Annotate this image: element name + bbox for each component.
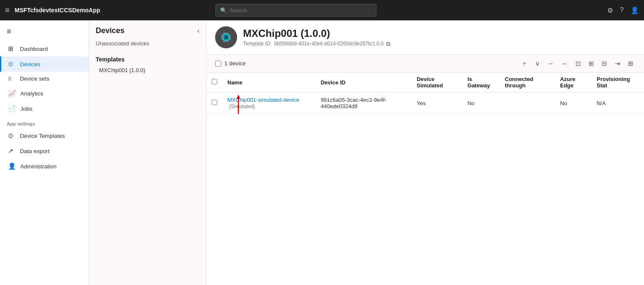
row-name-cell: MXChip001-simulated-device (Simulated) [222,92,315,114]
copy-icon[interactable]: ⧉ [386,40,390,48]
collapse-icon[interactable]: ‹ [197,27,199,35]
jobs-icon: 📄 [8,105,16,112]
topbar-icons: ⚙ ? 👤 [607,6,639,14]
svg-marker-19 [237,95,240,99]
device-sets-icon: ⁞⁞ [8,75,16,82]
sidebar-label-dashboard: Dashboard [20,46,48,52]
topbar: ≡ MSFTcfsdevtestCCSDemoApp 🔍 ⚙ ? 👤 [0,0,644,20]
template-id-value: 0b056869-401e-40e6-b014-0260dc8e287b/1.0… [274,41,384,47]
devices-panel-header: Devices ‹ [89,20,206,39]
sidebar-item-analytics[interactable]: 📈 Analytics [0,86,88,101]
sidebar: ≡ ⊞ Dashboard ⊙ Devices ⁞⁞ Device sets 📈… [0,20,89,285]
col-azure-edge: Azure Edge [555,73,592,92]
col-provisioning: Provisioning Stat [591,73,644,92]
device-count: 1 device [215,60,246,67]
header-checkbox[interactable] [212,79,217,84]
device-count-label: 1 device [224,60,246,67]
row-provisioning-cell: N/A [591,92,644,114]
toolbar-row: 1 device ＋ ∨ ↔ ↔ ⊡ ⊞ ⊟ ⇥ ⊞ [207,55,644,73]
sidebar-item-device-sets[interactable]: ⁞⁞ Device sets [0,72,88,86]
svg-rect-1 [224,35,228,39]
resize-right-button[interactable]: ↔ [559,59,570,68]
data-export-icon: ↗ [8,147,16,155]
hamburger-icon[interactable]: ≡ [5,6,10,15]
expand-button[interactable]: ∨ [533,59,542,69]
sidebar-label-jobs: Jobs [20,106,33,112]
device-title-block: MXChip001 (1.0.0) Template ID: 0b056869-… [243,28,390,48]
search-bar[interactable]: 🔍 [216,4,376,17]
col-gateway: Is Gateway [462,73,500,92]
col-connected: Connected through [500,73,555,92]
sidebar-item-devices[interactable]: ⊙ Devices [0,56,88,72]
device-table-container: Name Device ID Device Simulated Is Gatew… [207,73,644,114]
unassociated-devices-link[interactable]: Unassociated devices [89,39,206,52]
device-avatar [215,26,237,48]
row-checkbox-cell [207,92,222,114]
device-table: Name Device ID Device Simulated Is Gatew… [207,73,644,114]
row-azure-edge-cell: No [555,92,592,114]
add-button[interactable]: ＋ [519,58,530,69]
row-gateway-cell: No [462,92,500,114]
sidebar-label-analytics: Analytics [20,90,43,97]
device-template-id: Template ID: 0b056869-401e-40e6-b014-026… [243,40,390,48]
devices-icon: ⊙ [8,60,16,68]
row-connected-cell [500,92,555,114]
template-item-mxchip001[interactable]: MXChip001 (1.0.0) [89,64,206,76]
sidebar-label-device-sets: Device sets [20,75,50,82]
chip-icon [220,31,232,43]
sidebar-hamburger[interactable]: ≡ [0,24,88,41]
main-content: MXChip001 (1.0.0) Template ID: 0b056869-… [207,20,644,285]
sidebar-item-administration[interactable]: 👤 Administration [0,159,88,174]
sidebar-label-administration: Administration [20,163,57,170]
template-id-label: Template ID: [243,41,271,47]
device-templates-icon: ⊙ [8,132,16,140]
app-title: MSFTcfsdevtestCCSDemoApp [15,7,100,14]
sidebar-label-data-export: Data export [20,148,50,154]
sidebar-item-data-export[interactable]: ↗ Data export [0,143,88,159]
help-icon[interactable]: ? [620,6,624,14]
devices-panel: Devices ‹ Unassociated devices Templates… [89,20,207,285]
simulated-badge: (Simulated) [229,103,255,109]
resize-left-button[interactable]: ↔ [545,59,556,68]
view2-button[interactable]: ⊞ [586,59,596,69]
table-row: MXChip001-simulated-device (Simulated) 9… [207,92,644,114]
sidebar-label-device-templates: Device Templates [20,133,65,139]
col-checkbox [207,73,222,92]
search-input[interactable] [229,7,372,14]
settings-icon[interactable]: ⚙ [607,6,613,14]
select-all-checkbox[interactable] [215,61,221,67]
grid-button[interactable]: ⊞ [626,59,636,69]
row-simulated-cell: Yes [412,92,462,114]
device-header: MXChip001 (1.0.0) Template ID: 0b056869-… [207,20,644,55]
sidebar-label-devices: Devices [20,61,40,67]
administration-icon: 👤 [8,162,16,170]
col-device-id: Device ID [315,73,412,92]
row-device-id-cell: 991c6a05-3cac-4ec2-9e4f-440ede0324d8 [315,92,412,114]
templates-section-label: Templates [89,52,206,64]
analytics-icon: 📈 [8,89,16,97]
drag-indicator [236,95,241,114]
sidebar-item-jobs[interactable]: 📄 Jobs [0,101,88,116]
row-checkbox[interactable] [212,100,217,105]
col-simulated: Device Simulated [412,73,462,92]
view3-button[interactable]: ⊟ [600,59,609,69]
user-icon[interactable]: 👤 [630,6,639,14]
view1-button[interactable]: ⊡ [573,59,583,69]
search-icon: 🔍 [220,7,227,14]
dashboard-icon: ⊞ [8,45,16,53]
col-name: Name [222,73,315,92]
toolbar-actions: ＋ ∨ ↔ ↔ ⊡ ⊞ ⊟ ⇥ ⊞ [519,58,636,69]
app-settings-label: App settings [0,116,88,128]
sidebar-item-dashboard[interactable]: ⊞ Dashboard [0,41,88,56]
sidebar-item-device-templates[interactable]: ⊙ Device Templates [0,128,88,143]
devices-panel-title: Devices [96,26,124,35]
device-name: MXChip001 (1.0.0) [243,28,390,39]
arrange-button[interactable]: ⇥ [613,59,622,69]
